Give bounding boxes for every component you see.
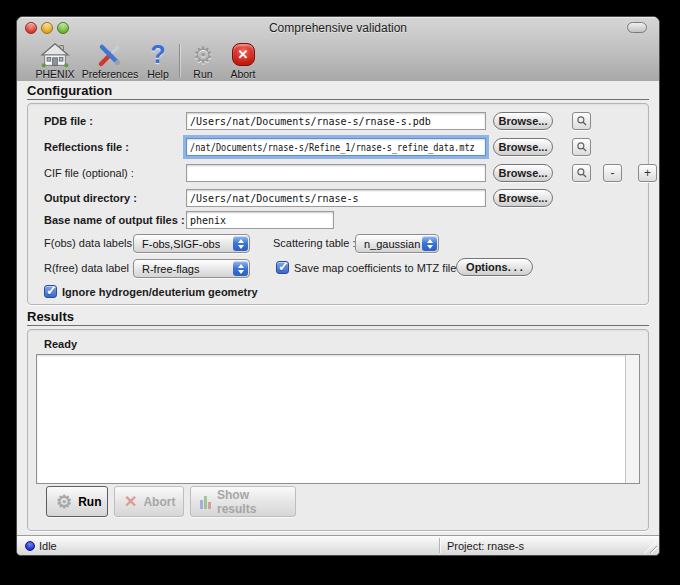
content-area: Configuration PDB file : /Users/nat/Docu…: [17, 81, 659, 535]
pdb-browse-button[interactable]: Browse...: [493, 112, 553, 130]
magnifier-icon: [576, 141, 588, 153]
ignore-hydrogen-checkbox[interactable]: [44, 285, 57, 298]
show-results-button[interactable]: Show results: [190, 486, 296, 517]
toolbar-abort-button[interactable]: ✕ Abort: [223, 40, 263, 80]
pdb-search-button[interactable]: [572, 112, 591, 130]
options-button[interactable]: Options. . .: [456, 258, 533, 276]
popup-stepper-icon: [233, 261, 248, 276]
toolbar: PHENIX Preferences ? Hel: [17, 39, 659, 81]
pdb-file-input[interactable]: /Users/nat/Documents/rnase-s/rnase-s.pdb: [186, 112, 486, 130]
title-bar[interactable]: Comprehensive validation: [17, 17, 659, 39]
tools-icon: [96, 41, 124, 68]
status-indicator-dot: [25, 541, 35, 551]
toolbar-phenix-label: PHENIX: [35, 68, 74, 80]
base-name-label: Base name of output files :: [44, 214, 185, 227]
toolbar-phenix-button[interactable]: PHENIX: [31, 40, 79, 80]
toolbar-run-button[interactable]: ⚙ Run: [185, 40, 221, 80]
scattering-table-dropdown[interactable]: n_gaussian: [355, 234, 439, 253]
results-divider: [27, 325, 649, 326]
cif-file-input[interactable]: [186, 164, 486, 182]
configuration-panel: PDB file : /Users/nat/Documents/rnase-s/…: [27, 103, 649, 305]
cif-file-label: CIF file (optional) :: [44, 167, 134, 180]
save-map-label: Save map coefficients to MTZ file: [294, 262, 456, 275]
popup-stepper-icon: [233, 236, 248, 251]
results-log-area[interactable]: [36, 354, 640, 484]
question-mark-icon: ?: [150, 41, 165, 68]
popup-stepper-icon: [422, 236, 437, 251]
pdb-file-label: PDB file :: [44, 115, 93, 128]
cif-search-button[interactable]: [572, 164, 591, 182]
toolbar-help-button[interactable]: ? Help: [141, 40, 175, 80]
results-section-title: Results: [27, 309, 74, 324]
magnifier-icon: [576, 167, 588, 179]
abort-stop-icon: ✕: [232, 41, 255, 68]
configuration-section-title: Configuration: [27, 83, 112, 98]
status-project-text: Project: rnase-s: [447, 539, 524, 553]
abort-button[interactable]: ✕ Abort: [114, 486, 184, 517]
app-window: Comprehensive validation: [16, 16, 660, 556]
gear-icon: ⚙: [56, 493, 72, 511]
reflections-file-label: Reflections file :: [44, 141, 129, 154]
output-browse-button[interactable]: Browse...: [493, 189, 553, 207]
toolbar-toggle-button[interactable]: [627, 22, 647, 33]
configuration-divider: [27, 99, 649, 100]
save-map-checkbox[interactable]: [276, 261, 289, 274]
toolbar-run-label: Run: [193, 68, 212, 80]
toolbar-preferences-label: Preferences: [82, 68, 139, 80]
window-title: Comprehensive validation: [17, 21, 659, 35]
scattering-table-label: Scattering table :: [273, 237, 356, 250]
status-bar: Idle Project: rnase-s: [17, 535, 659, 555]
status-state-text: Idle: [39, 539, 57, 553]
results-panel: Ready ⚙ Run ✕ Abort Show results: [27, 329, 649, 531]
toolbar-abort-label: Abort: [230, 68, 255, 80]
reflections-file-input[interactable]: /nat/Documents/rnase-s/Refine_1/rnase-s_…: [186, 138, 486, 156]
abort-x-icon: ✕: [124, 494, 137, 510]
cif-remove-button[interactable]: -: [603, 164, 622, 182]
rfree-data-label-dropdown[interactable]: R-free-flags: [133, 259, 250, 278]
output-directory-label: Output directory :: [44, 192, 137, 205]
magnifier-icon: [576, 115, 588, 127]
status-bar-divider: [439, 538, 440, 553]
scrollbar[interactable]: [625, 355, 639, 483]
bar-chart-icon: [200, 495, 211, 509]
toolbar-separator: [179, 44, 180, 77]
results-status-text: Ready: [44, 338, 77, 351]
reflections-search-button[interactable]: [572, 138, 591, 156]
toolbar-preferences-button[interactable]: Preferences: [79, 40, 141, 80]
cif-browse-button[interactable]: Browse...: [493, 164, 553, 182]
ignore-hydrogen-label: Ignore hydrogen/deuterium geometry: [62, 286, 258, 299]
window-chrome: Comprehensive validation: [17, 17, 659, 82]
gear-icon: ⚙: [193, 41, 214, 68]
fobs-data-labels-label: F(obs) data labels :: [44, 237, 138, 250]
rfree-data-label-label: R(free) data label :: [44, 262, 135, 275]
toolbar-help-label: Help: [147, 68, 169, 80]
house-icon: [40, 41, 70, 68]
run-button[interactable]: ⚙ Run: [46, 486, 108, 517]
reflections-browse-button[interactable]: Browse...: [493, 138, 553, 156]
fobs-data-labels-dropdown[interactable]: F-obs,SIGF-obs: [133, 234, 250, 253]
resize-grip[interactable]: [644, 540, 657, 553]
base-name-input[interactable]: phenix: [186, 211, 334, 229]
cif-add-button[interactable]: +: [638, 164, 657, 182]
output-directory-input[interactable]: /Users/nat/Documents/rnase-s: [186, 189, 486, 207]
desktop-background: Comprehensive validation: [0, 0, 680, 585]
